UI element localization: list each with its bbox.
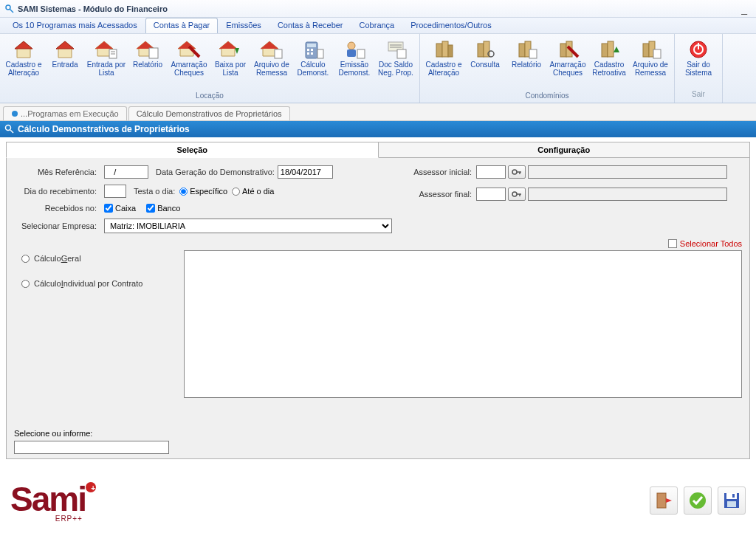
person-doc-icon	[342, 38, 367, 61]
lookup-assessor-ini-button[interactable]	[508, 165, 526, 179]
building-search-icon	[472, 38, 498, 61]
svg-marker-3	[15, 41, 32, 49]
confirm-button[interactable]	[684, 486, 712, 515]
svg-rect-70	[727, 501, 736, 507]
document-tabs: ...Programas em Execução Cálculo Demonst…	[0, 103, 756, 121]
svg-point-62	[512, 192, 517, 196]
rb-cond-consulta[interactable]: Consulta	[464, 37, 506, 78]
rb-locacao-calc[interactable]: Cálculo Demonst.	[292, 37, 334, 78]
svg-rect-21	[275, 49, 282, 58]
save-button[interactable]	[718, 486, 746, 515]
menu-cobranca[interactable]: Cobrança	[351, 18, 403, 33]
form-header: Cálculo Demonstrativos de Proprietários	[0, 121, 756, 137]
rb-cond-arquivo[interactable]: Arquivo de Remessa	[630, 37, 671, 78]
house-icon	[52, 38, 78, 61]
rb-cond-relatorio[interactable]: Relatório	[506, 37, 547, 78]
footer: Sami+ ERP++	[0, 468, 756, 533]
svg-marker-18	[235, 48, 239, 54]
svg-rect-38	[448, 45, 453, 57]
minimize-button[interactable]: _	[737, 3, 752, 15]
input-data-geracao[interactable]	[278, 165, 333, 179]
svg-rect-30	[347, 49, 356, 57]
tab-selecao[interactable]: Seleção	[6, 142, 379, 158]
house-file-icon	[259, 38, 284, 61]
rb-locacao-entrada-lista[interactable]: Entrada por Lista	[86, 37, 127, 78]
svg-rect-50	[643, 44, 649, 57]
key-icon	[512, 168, 522, 176]
building-icon	[431, 38, 456, 61]
list-box[interactable]	[184, 250, 742, 398]
svg-rect-28	[317, 49, 323, 58]
house-check-icon	[176, 38, 202, 61]
menu-contas-pagar[interactable]: Contas à Pagar	[145, 18, 218, 33]
rb-locacao-amarracao[interactable]: Amarração Cheques	[168, 37, 210, 78]
subtab-programas[interactable]: ...Programas em Execução	[3, 106, 127, 120]
radio-especifico[interactable]	[179, 188, 188, 196]
select-all[interactable]: Selecionar Todos	[668, 239, 742, 248]
form-body: Mês Referência: Data Geração do Demonstr…	[6, 158, 750, 459]
rb-cond-amarracao[interactable]: Amarração Cheques	[547, 37, 588, 78]
chk-banco[interactable]	[146, 204, 155, 213]
svg-marker-66	[666, 498, 672, 503]
svg-rect-69	[726, 493, 737, 499]
building-check-icon	[555, 38, 580, 61]
label-assessor-ini: Assessor inicial:	[405, 168, 472, 176]
menu-procedimentos[interactable]: Procedimentos/Outros	[402, 18, 499, 33]
label-select-all: Selecionar Todos	[680, 239, 742, 248]
menu-emissoes[interactable]: Emissões	[218, 18, 269, 33]
tab-config[interactable]: Configuração	[379, 142, 751, 158]
rb-locacao-baixa[interactable]: Baixa por Lista	[210, 37, 251, 78]
menu-contas-receber[interactable]: Contas à Receber	[269, 18, 351, 33]
title-bar: SAMI Sistemas - Módulo do Financeiro _	[0, 0, 756, 18]
radio-calc-individual[interactable]	[21, 280, 30, 288]
rb-locacao-relatorio[interactable]: Relatório	[127, 37, 168, 78]
rb-cond-retroativa[interactable]: Cadastro Retroativa	[588, 37, 630, 78]
svg-rect-35	[397, 49, 406, 58]
checkbox-select-all[interactable]	[668, 239, 677, 248]
form-tabs: Seleção Configuração	[6, 142, 750, 158]
rb-locacao-emissao[interactable]: Emissão Demonst.	[334, 37, 375, 78]
building-back-icon	[597, 38, 622, 61]
rb-sair[interactable]: Sair do Sistema	[678, 37, 719, 78]
radio-ate-dia[interactable]	[232, 188, 240, 196]
ribbon-group-condominios: Cadastro e Alteração Consulta Relatório …	[420, 34, 675, 103]
radio-calc-geral[interactable]	[21, 255, 30, 263]
svg-point-56	[12, 111, 18, 117]
opt-calc-individual[interactable]: Cálculo Individual por Contrato	[21, 279, 142, 288]
input-dia-receb[interactable]	[104, 185, 126, 198]
svg-line-1	[10, 9, 13, 13]
display-assessor-fin	[528, 188, 727, 201]
rb-locacao-arquivo[interactable]: Arquivo de Remessa	[251, 37, 292, 78]
rb-cond-cadastro[interactable]: Cadastro e Alteração	[423, 37, 464, 78]
svg-marker-49	[614, 47, 619, 52]
menu-top10[interactable]: Os 10 Programas mais Acessados	[4, 18, 145, 33]
svg-rect-37	[442, 41, 448, 57]
exit-button[interactable]	[650, 486, 678, 515]
window-title: SAMI Sistemas - Módulo do Financeiro	[18, 4, 168, 13]
svg-rect-39	[478, 44, 484, 57]
chk-caixa[interactable]	[104, 204, 113, 213]
lookup-assessor-fin-button[interactable]	[508, 188, 526, 201]
label-sel-empresa: Selecionar Empresa:	[14, 221, 97, 230]
svg-marker-7	[95, 41, 113, 49]
select-empresa[interactable]: Matriz: IMOBILIARIA	[104, 219, 392, 233]
form-title-text: Cálculo Demonstrativos de Proprietários	[18, 124, 190, 134]
ribbon: Cadastro e Alteração Entrada Entrada por…	[0, 34, 756, 103]
svg-marker-5	[56, 41, 74, 49]
opt-calc-geral[interactable]: Cálculo Geral	[21, 254, 142, 263]
magnifier-icon	[4, 124, 15, 134]
input-assessor-ini[interactable]	[476, 165, 506, 179]
rb-locacao-cadastro[interactable]: Cadastro e Alteração	[3, 37, 44, 78]
svg-rect-36	[436, 44, 442, 57]
svg-rect-27	[311, 52, 313, 55]
input-assessor-fin[interactable]	[476, 188, 506, 201]
house-list-icon	[94, 38, 119, 61]
svg-rect-52	[653, 49, 661, 58]
svg-rect-24	[307, 49, 309, 51]
rb-locacao-entrada[interactable]: Entrada	[44, 37, 86, 78]
rb-locacao-docsaldo[interactable]: Doc Saldo Neg. Prop.	[375, 37, 416, 78]
subtab-calculo[interactable]: Cálculo Demonstrativos de Proprietários	[128, 106, 290, 120]
ribbon-group-locacao: Cadastro e Alteração Entrada Entrada por…	[0, 34, 420, 103]
input-selecione-informe[interactable]	[14, 441, 169, 454]
input-mes-ref[interactable]	[104, 165, 148, 179]
